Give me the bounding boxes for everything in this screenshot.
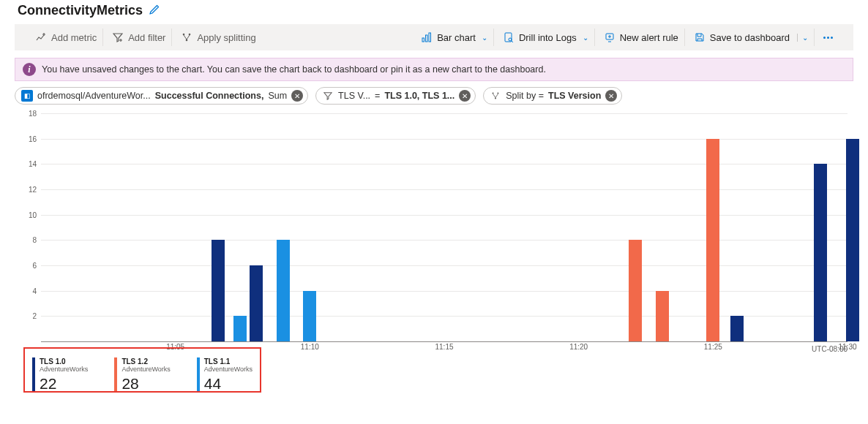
bar[interactable] bbox=[656, 291, 669, 341]
bar[interactable] bbox=[846, 139, 859, 341]
legend-color-swatch bbox=[32, 357, 35, 391]
apply-splitting-label: Apply splitting bbox=[197, 32, 255, 43]
chart: 11:0511:1011:1511:2011:2511:30 UTC-08:00… bbox=[20, 113, 848, 355]
info-icon: i bbox=[23, 63, 36, 76]
add-filter-button[interactable]: Add filter bbox=[106, 29, 172, 46]
legend-series-name: TLS 1.1 bbox=[204, 357, 252, 366]
y-tick-label: 12 bbox=[20, 186, 37, 194]
close-icon[interactable]: ✕ bbox=[459, 90, 471, 102]
svg-point-1 bbox=[189, 34, 191, 36]
bar[interactable] bbox=[629, 240, 642, 341]
notice-text: You have unsaved changes to the chart. Y… bbox=[42, 64, 546, 75]
y-tick-label: 2 bbox=[20, 312, 37, 320]
x-tick-label: 11:25 bbox=[704, 343, 722, 351]
y-tick-label: 16 bbox=[20, 135, 37, 143]
ellipsis-icon bbox=[823, 37, 833, 39]
chevron-down-icon: ⌄ bbox=[482, 34, 487, 42]
legend-color-swatch bbox=[114, 357, 117, 391]
chevron-down-icon: ⌄ bbox=[797, 34, 808, 42]
y-tick-label: 18 bbox=[20, 110, 37, 118]
legend-item[interactable]: TLS 1.0 AdventureWorks 22 bbox=[32, 357, 88, 387]
svg-point-9 bbox=[493, 93, 494, 94]
legend-item[interactable]: TLS 1.2 AdventureWorks 28 bbox=[114, 357, 170, 387]
filter-pill[interactable]: TLS V... = TLS 1.0, TLS 1... ✕ bbox=[315, 87, 476, 105]
bar[interactable] bbox=[730, 316, 744, 341]
metric-pill[interactable]: ◧ ofrdemosql/AdventureWor... Successful … bbox=[15, 87, 308, 105]
metric-resource: ofrdemosql/AdventureWor... bbox=[37, 91, 151, 101]
page-title: ConnectivityMetrics bbox=[18, 3, 143, 18]
bar[interactable] bbox=[303, 291, 316, 341]
legend-series-name: TLS 1.2 bbox=[121, 357, 170, 366]
x-tick-label: 11:10 bbox=[301, 343, 319, 351]
edit-title-icon[interactable] bbox=[149, 4, 160, 18]
legend-item[interactable]: TLS 1.1 AdventureWorks 44 bbox=[197, 357, 252, 387]
split-icon bbox=[490, 90, 501, 102]
chevron-down-icon: ⌄ bbox=[583, 34, 588, 42]
more-button[interactable] bbox=[818, 29, 839, 46]
filter-icon bbox=[322, 90, 334, 102]
filter-values: TLS 1.0, TLS 1... bbox=[384, 91, 454, 101]
unsaved-notice: i You have unsaved changes to the chart.… bbox=[15, 58, 853, 81]
x-tick-label: 11:15 bbox=[435, 343, 453, 351]
filter-eq: = bbox=[375, 91, 380, 101]
legend-color-swatch bbox=[197, 357, 200, 391]
svg-point-7 bbox=[509, 38, 512, 41]
legend-total: 22 bbox=[40, 375, 88, 392]
bar[interactable] bbox=[212, 240, 225, 341]
drill-logs-button[interactable]: Drill into Logs ⌄ bbox=[497, 29, 595, 46]
apply-splitting-button[interactable]: Apply splitting bbox=[175, 29, 261, 46]
add-metric-button[interactable]: Add metric bbox=[29, 29, 103, 46]
svg-point-10 bbox=[498, 93, 499, 94]
bar-chart-icon bbox=[421, 31, 433, 43]
svg-point-2 bbox=[186, 39, 188, 42]
pill-row: ◧ ofrdemosql/AdventureWor... Successful … bbox=[0, 81, 868, 110]
logs-icon bbox=[503, 31, 515, 43]
add-metric-label: Add metric bbox=[51, 32, 97, 43]
timezone-label: UTC-08:00 bbox=[812, 345, 848, 353]
bar[interactable] bbox=[814, 164, 827, 341]
filter-field: TLS V... bbox=[338, 91, 370, 101]
sql-icon: ◧ bbox=[21, 90, 33, 102]
drill-logs-label: Drill into Logs bbox=[519, 32, 577, 43]
bar[interactable] bbox=[277, 240, 290, 341]
new-alert-label: New alert rule bbox=[620, 32, 678, 43]
add-filter-label: Add filter bbox=[128, 32, 165, 43]
split-pill[interactable]: Split by = TLS Version ✕ bbox=[483, 87, 622, 105]
svg-point-11 bbox=[495, 97, 496, 99]
bar[interactable] bbox=[250, 265, 263, 341]
bar[interactable] bbox=[233, 316, 247, 341]
bar[interactable] bbox=[706, 139, 719, 341]
save-dashboard-label: Save to dashboard bbox=[710, 32, 790, 43]
split-value: TLS Version bbox=[548, 91, 601, 101]
svg-point-0 bbox=[183, 34, 185, 36]
y-tick-label: 4 bbox=[20, 287, 37, 295]
save-icon bbox=[694, 31, 706, 43]
legend-total: 44 bbox=[204, 375, 252, 392]
metric-name: Successful Connections, bbox=[155, 91, 264, 101]
legend-source: AdventureWorks bbox=[40, 366, 88, 374]
split-prefix: Split by = bbox=[506, 91, 544, 101]
legend-series-name: TLS 1.0 bbox=[40, 357, 88, 366]
svg-rect-5 bbox=[429, 33, 431, 42]
close-icon[interactable]: ✕ bbox=[605, 90, 617, 102]
y-tick-label: 10 bbox=[20, 211, 37, 219]
y-tick-label: 14 bbox=[20, 160, 37, 168]
filter-icon bbox=[112, 31, 124, 43]
alert-icon bbox=[604, 31, 616, 43]
add-metric-icon bbox=[35, 31, 47, 43]
split-icon bbox=[181, 31, 192, 43]
metric-agg: Sum bbox=[268, 91, 287, 101]
new-alert-button[interactable]: New alert rule bbox=[598, 29, 685, 46]
y-tick-label: 6 bbox=[20, 262, 37, 270]
legend-total: 28 bbox=[121, 375, 170, 392]
x-tick-label: 11:20 bbox=[569, 343, 588, 351]
close-icon[interactable]: ✕ bbox=[291, 90, 303, 102]
chart-type-label: Bar chart bbox=[437, 32, 476, 43]
chart-type-button[interactable]: Bar chart ⌄ bbox=[415, 29, 494, 46]
legend-source: AdventureWorks bbox=[121, 366, 170, 374]
toolbar: Add metric Add filter Apply splitting Ba… bbox=[15, 24, 853, 50]
svg-rect-3 bbox=[422, 38, 424, 42]
legend-box-highlighted: TLS 1.0 AdventureWorks 22 TLS 1.2 Advent… bbox=[23, 347, 261, 393]
save-dashboard-button[interactable]: Save to dashboard ⌄ bbox=[688, 29, 815, 46]
y-tick-label: 8 bbox=[20, 236, 37, 244]
